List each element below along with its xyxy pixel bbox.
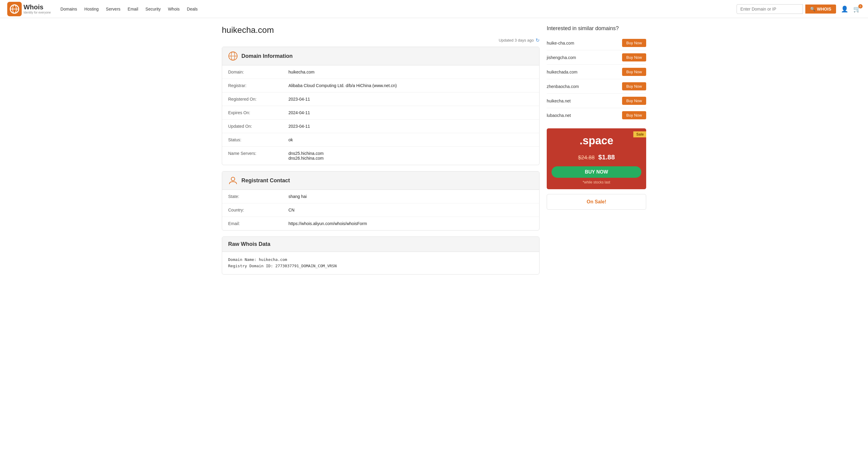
nav-domains[interactable]: Domains <box>61 7 77 11</box>
domain-icon <box>228 51 238 61</box>
raw-whois-card: Raw Whois Data Domain Name: huikecha.com… <box>222 237 539 275</box>
on-sale-card: On Sale! <box>547 194 646 210</box>
logo-text: Whois Identity for everyone <box>24 4 51 14</box>
row-value: 2024-04-11 <box>282 106 539 120</box>
promo-prices: $24.88 $1.88 <box>552 150 641 162</box>
row-value: 2023-04-11 <box>282 120 539 133</box>
similar-domain-name: huikecha.net <box>547 98 570 103</box>
promo-note: *while stocks last <box>552 180 641 184</box>
raw-whois-title: Raw Whois Data <box>228 241 270 247</box>
registrant-table: State:shang haiCountry:CNEmail:https://w… <box>222 190 539 230</box>
nav-email[interactable]: Email <box>128 7 138 11</box>
row-label: Expires On: <box>222 106 282 120</box>
row-value: CN <box>282 204 539 217</box>
search-input[interactable] <box>737 4 803 14</box>
main-nav: Domains Hosting Servers Email Security W… <box>61 7 737 11</box>
promo-new-price: $1.88 <box>598 150 615 162</box>
promo-old-price: $24.88 <box>578 155 595 161</box>
logo-link[interactable]: Whois Identity for everyone <box>7 2 51 16</box>
row-value: ok <box>282 133 539 147</box>
registrant-card: Registrant Contact State:shang haiCountr… <box>222 171 539 230</box>
buy-now-button[interactable]: Buy Now <box>622 39 646 47</box>
row-value: 2023-04-11 <box>282 93 539 106</box>
row-label: Status: <box>222 133 282 147</box>
similar-domain-item: huikecha.netBuy Now <box>547 94 646 108</box>
row-value: huikecha.com <box>282 65 539 79</box>
sale-ribbon: Sale <box>633 131 646 137</box>
site-header: Whois Identity for everyone Domains Host… <box>0 0 868 18</box>
similar-domain-item: huikechada.comBuy Now <box>547 65 646 79</box>
buy-now-button[interactable]: Buy Now <box>622 82 646 90</box>
buy-now-button[interactable]: Buy Now <box>622 111 646 119</box>
logo-icon <box>7 2 22 16</box>
table-row: Registered On:2023-04-11 <box>222 93 539 106</box>
nav-servers[interactable]: Servers <box>106 7 120 11</box>
similar-domains-title: Interested in similar domains? <box>547 25 646 32</box>
nav-whois[interactable]: Whois <box>168 7 180 11</box>
buy-now-button[interactable]: Buy Now <box>622 53 646 61</box>
registrant-title: Registrant Contact <box>241 178 290 184</box>
whois-search-button[interactable]: 🔍 WHOIS <box>805 4 836 13</box>
row-label: Name Servers: <box>222 147 282 165</box>
account-button[interactable]: 👤 <box>841 5 848 13</box>
on-sale-title: On Sale! <box>552 199 641 205</box>
sidebar-column: Interested in similar domains? huike-cha… <box>547 25 646 210</box>
similar-domain-item: jishengcha.comBuy Now <box>547 50 646 65</box>
search-wrap: 🔍 WHOIS <box>737 4 836 14</box>
similar-domain-name: zhenbaocha.com <box>547 84 579 89</box>
nav-deals[interactable]: Deals <box>187 7 198 11</box>
table-row: Domain:huikecha.com <box>222 65 539 79</box>
main-layout: huikecha.com Updated 3 days ago ↻ Domain… <box>217 18 651 288</box>
domain-info-card: Domain Information Domain:huikecha.comRe… <box>222 47 539 165</box>
refresh-icon[interactable]: ↻ <box>535 37 539 43</box>
table-row: State:shang hai <box>222 190 539 204</box>
buy-now-button[interactable]: Buy Now <box>622 97 646 105</box>
similar-domains-list: huike-cha.comBuy Nowjishengcha.comBuy No… <box>547 36 646 122</box>
row-label: Email: <box>222 217 282 230</box>
promo-buy-button[interactable]: BUY NOW <box>552 166 641 178</box>
similar-domain-item: huike-cha.comBuy Now <box>547 36 646 50</box>
row-value: https://whois.aliyun.com/whois/whoisForm <box>282 217 539 230</box>
cart-button[interactable]: 🛒 0 <box>853 5 861 13</box>
raw-whois-line: Domain Name: huikecha.com <box>228 257 533 263</box>
logo-tagline: Identity for everyone <box>24 11 51 14</box>
raw-whois-line: Registry Domain ID: 2773037791_DOMAIN_CO… <box>228 263 533 269</box>
table-row: Registrar:Alibaba Cloud Computing Ltd. d… <box>222 79 539 93</box>
table-row: Updated On:2023-04-11 <box>222 120 539 133</box>
row-value: Alibaba Cloud Computing Ltd. d/b/a HiChi… <box>282 79 539 93</box>
row-label: Country: <box>222 204 282 217</box>
similar-domain-item: lubaocha.netBuy Now <box>547 108 646 122</box>
row-label: Registrar: <box>222 79 282 93</box>
nav-hosting[interactable]: Hosting <box>84 7 98 11</box>
logo-brand: Whois <box>24 4 51 11</box>
cart-badge: 0 <box>858 4 863 8</box>
registrant-header: Registrant Contact <box>222 172 539 190</box>
search-icon: 🔍 <box>810 7 815 11</box>
table-row: Status:ok <box>222 133 539 147</box>
nav-security[interactable]: Security <box>146 7 161 11</box>
similar-domain-item: zhenbaocha.comBuy Now <box>547 79 646 94</box>
similar-domain-name: huike-cha.com <box>547 41 574 45</box>
raw-whois-content: Domain Name: huikecha.comRegistry Domain… <box>222 252 539 274</box>
updated-text: Updated 3 days ago <box>499 38 534 42</box>
registrant-icon <box>228 176 238 185</box>
row-value: dns25.hichina.comdns26.hichina.com <box>282 147 539 165</box>
buy-now-button[interactable]: Buy Now <box>622 68 646 76</box>
row-value: shang hai <box>282 190 539 204</box>
content-column: huikecha.com Updated 3 days ago ↻ Domain… <box>222 25 539 280</box>
page-title: huikecha.com <box>222 25 539 35</box>
similar-domain-name: huikechada.com <box>547 70 578 74</box>
whois-btn-label: WHOIS <box>817 7 831 11</box>
table-row: Country:CN <box>222 204 539 217</box>
table-row: Name Servers:dns25.hichina.comdns26.hich… <box>222 147 539 165</box>
updated-row: Updated 3 days ago ↻ <box>222 37 539 43</box>
promo-new-price-symbol: $ <box>598 153 602 161</box>
row-label: Domain: <box>222 65 282 79</box>
domain-info-title: Domain Information <box>241 53 293 59</box>
row-label: Updated On: <box>222 120 282 133</box>
domain-info-table: Domain:huikecha.comRegistrar:Alibaba Clo… <box>222 65 539 165</box>
similar-domain-name: jishengcha.com <box>547 55 576 60</box>
table-row: Email:https://whois.aliyun.com/whois/who… <box>222 217 539 230</box>
svg-point-7 <box>231 177 235 181</box>
similar-domain-name: lubaocha.net <box>547 113 571 118</box>
